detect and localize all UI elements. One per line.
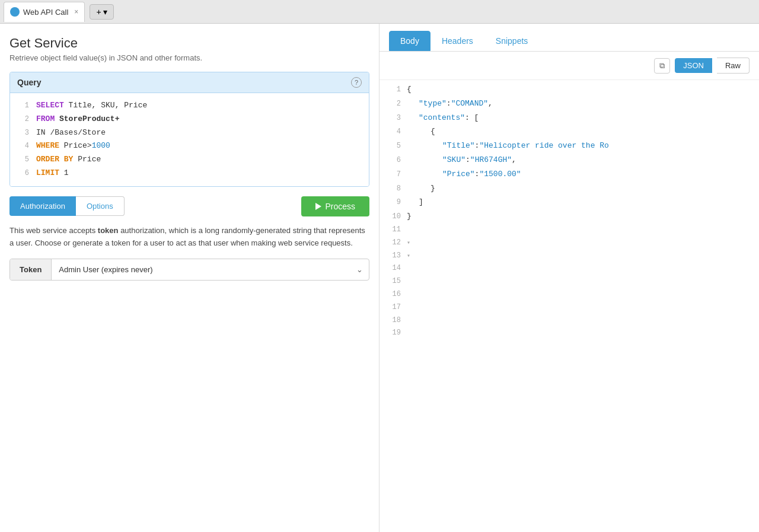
tab-snippets[interactable]: Snippets [484,31,539,51]
json-line: 10 } [380,209,759,224]
json-viewer: 1 { 2 "type": "COMAND", 3 "contents": [ … [380,80,759,532]
query-line: 5 ORDER BY Price [10,153,369,167]
auth-description: This web service accepts token authoriza… [9,225,369,250]
tab-body[interactable]: Body [389,31,430,51]
tab-title: Web API Call [23,8,68,17]
json-line: 1 { [380,82,759,97]
query-body[interactable]: 1 SELECT Title, SKU, Price 2 FROM StoreP… [10,93,369,186]
json-line: 19 [380,327,759,340]
query-line: 4 WHERE Price>1000 [10,139,369,153]
token-label: Token [10,259,52,280]
query-header-title: Query [17,78,41,87]
web-api-tab[interactable]: Web API Call × [4,2,85,22]
json-line: 5 "Title": "Helicopter ride over the Ro [380,139,759,153]
token-row: Token Admin User (expires never) User To… [9,259,369,281]
json-line: 13 ▾ [380,250,759,263]
raw-format-button[interactable]: Raw [717,58,750,74]
options-tab-button[interactable]: Options [76,196,125,216]
right-panel: Body Headers Snippets ⧉ JSON Raw 1 { 2 [380,24,759,532]
query-line: 1 SELECT Title, SKU, Price [10,99,369,113]
collapse-arrow-13[interactable]: ▾ [407,251,410,262]
action-row: Authorization Options Process [9,196,369,216]
query-line: 2 FROM StoreProduct+ [10,113,369,126]
json-line: 2 "type": "COMAND", [380,97,759,111]
left-panel: Get Service Retrieve object field value(… [0,24,380,532]
json-format-button[interactable]: JSON [675,58,712,73]
json-line: 11 [380,224,759,237]
copy-icon: ⧉ [659,61,665,70]
play-icon [315,203,321,210]
process-button-label: Process [325,202,355,211]
collapse-arrow-12[interactable]: ▾ [407,238,410,249]
tab-bar: Web API Call × + ▾ [0,0,759,24]
json-line: 12 ▾ [380,237,759,250]
response-tabs: Body Headers Snippets [380,24,759,52]
json-line: 8 } [380,181,759,196]
token-select-wrapper: Admin User (expires never) User Token 1 … [52,259,369,280]
query-box: Query ? 1 SELECT Title, SKU, Price 2 FRO… [9,72,369,187]
json-line: 7 "Price": "1500.00" [380,167,759,181]
query-line: 6 LIMIT 1 [10,167,369,180]
globe-icon [10,7,20,17]
query-help-icon[interactable]: ? [351,77,362,88]
tab-headers[interactable]: Headers [430,31,484,51]
tab-close-button[interactable]: × [74,8,78,16]
page-title: Get Service [9,36,369,51]
json-line: 17 [380,301,759,314]
json-line: 3 "contents": [ [380,111,759,125]
token-select[interactable]: Admin User (expires never) User Token 1 … [52,259,369,280]
json-line: 16 [380,288,759,301]
tab-buttons: Authorization Options [9,196,125,216]
query-line: 3 IN /Bases/Store [10,126,369,140]
process-button[interactable]: Process [301,196,369,216]
json-toolbar: ⧉ JSON Raw [380,52,759,80]
json-line: 4 { [380,125,759,139]
json-line: 14 [380,262,759,275]
page-subtitle: Retrieve object field value(s) in JSON a… [9,53,369,62]
authorization-tab-button[interactable]: Authorization [9,196,76,216]
copy-button[interactable]: ⧉ [654,58,670,74]
json-line: 18 [380,314,759,327]
query-header: Query ? [10,72,369,93]
json-line: 9 ] [380,195,759,209]
json-line: 15 [380,275,759,288]
json-line: 6 "SKU": "HR674GH", [380,153,759,167]
main-content: Get Service Retrieve object field value(… [0,24,759,532]
new-tab-button[interactable]: + ▾ [90,4,114,20]
